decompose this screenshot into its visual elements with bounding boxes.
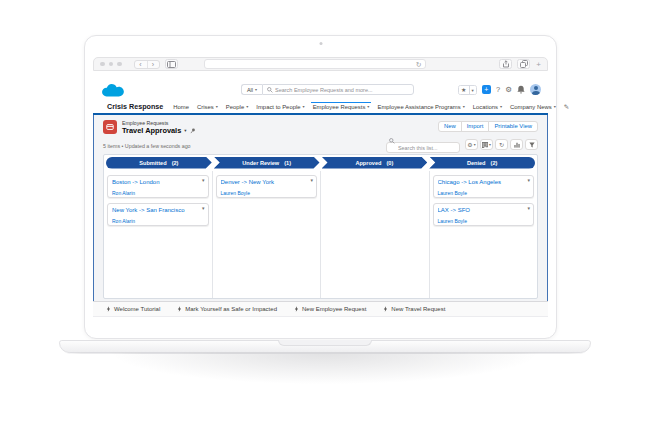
list-view-selector-caret-icon[interactable]: ▾ — [184, 128, 186, 133]
notifications-bell-icon[interactable] — [517, 85, 525, 94]
card-owner-link[interactable]: Ron Alarin — [112, 190, 204, 196]
edit-nav-pencil-icon[interactable]: ✎ — [564, 103, 569, 111]
new-button[interactable]: New — [438, 121, 462, 132]
card-title-link[interactable]: Chicago -> Los Angeles — [438, 179, 530, 185]
user-avatar[interactable] — [530, 84, 541, 95]
reload-icon[interactable]: ↻ — [416, 60, 422, 69]
kanban-card[interactable]: New York -> San Francisco ▾ Ron Alarin — [107, 203, 209, 226]
column-submitted: Boston -> London ▾ Ron Alarin New York -… — [104, 171, 213, 299]
column-title: Submitted — [139, 160, 166, 166]
card-owner-link[interactable]: Ron Alarin — [112, 218, 204, 224]
forward-icon[interactable]: › — [147, 61, 159, 68]
global-actions-icon[interactable]: + — [482, 85, 492, 95]
laptop-base — [59, 340, 591, 353]
column-header-under-review[interactable]: Under Review (1) — [214, 157, 320, 169]
tab-people[interactable]: People▾ — [226, 101, 248, 113]
card-owner-link[interactable]: Lauren Boyle — [438, 218, 530, 224]
printable-view-button[interactable]: Printable View — [488, 121, 538, 132]
browser-toolbar: ‹ › ↻ + — [93, 57, 548, 71]
tab-label: Employee Assistance Programs — [377, 104, 460, 110]
kanban-card[interactable]: Boston -> London ▾ Ron Alarin — [107, 175, 209, 198]
tab-employee-requests[interactable]: Employee Requests▾ — [313, 101, 370, 113]
tabs-icon — [520, 60, 528, 68]
share-button[interactable] — [499, 59, 512, 69]
tab-label: People — [226, 104, 244, 110]
column-header-approved[interactable]: Approved (0) — [322, 157, 428, 169]
search-icon — [389, 138, 395, 144]
tab-company-news[interactable]: Company News▾ — [510, 101, 556, 113]
card-title-link[interactable]: Denver -> New York — [221, 179, 313, 185]
import-button[interactable]: Import — [461, 121, 490, 132]
card-actions-caret-icon[interactable]: ▾ — [310, 177, 313, 183]
card-actions-caret-icon[interactable]: ▾ — [202, 177, 205, 183]
search-scope-selector[interactable]: All ▾ — [241, 84, 262, 95]
column-header-submitted[interactable]: Submitted (2) — [106, 157, 212, 169]
utility-new-employee-request[interactable]: New Employee Request — [294, 306, 366, 312]
card-title-link[interactable]: Boston -> London — [112, 179, 204, 185]
card-owner-link[interactable]: Lauren Boyle — [438, 190, 530, 196]
tab-impact-to-people[interactable]: Impact to People▾ — [256, 101, 304, 113]
favorites-star-icon[interactable]: ★ — [459, 86, 469, 94]
traffic-light-minimize[interactable] — [109, 62, 114, 67]
card-actions-caret-icon[interactable]: ▾ — [527, 205, 530, 211]
sidebar-icon — [167, 61, 176, 68]
utility-mark-yourself-safe[interactable]: Mark Yourself as Safe or Impacted — [177, 306, 277, 312]
chart-button[interactable] — [510, 139, 523, 150]
chevron-down-icon[interactable]: ▾ — [367, 104, 369, 109]
traffic-light-close[interactable] — [100, 62, 105, 67]
chevron-down-icon[interactable]: ▾ — [216, 104, 218, 109]
column-under-review: Denver -> New York ▾ Lauren Boyle — [213, 171, 322, 299]
tab-crises[interactable]: Crises▾ — [197, 101, 218, 113]
card-owner-link[interactable]: Lauren Boyle — [221, 190, 313, 196]
display-as-button[interactable]: ▾ — [480, 139, 493, 150]
tab-overview-button[interactable] — [517, 59, 530, 69]
back-icon[interactable]: ‹ — [135, 61, 147, 68]
chevron-down-icon[interactable]: ▾ — [554, 104, 556, 109]
share-icon — [502, 60, 510, 68]
chevron-down-icon[interactable]: ▾ — [500, 104, 502, 109]
utility-new-travel-request[interactable]: New Travel Request — [383, 306, 445, 312]
list-settings-button[interactable]: ⚙ ▾ — [465, 139, 478, 150]
tab-employee-assistance-programs[interactable]: Employee Assistance Programs▾ — [377, 101, 464, 113]
column-header-denied[interactable]: Denied (2) — [429, 157, 535, 169]
help-icon[interactable]: ? — [496, 85, 500, 94]
utility-welcome-tutorial[interactable]: Welcome Tutorial — [106, 306, 160, 312]
address-bar[interactable]: ↻ — [204, 59, 426, 69]
kanban-card[interactable]: Denver -> New York ▾ Lauren Boyle — [216, 175, 318, 198]
favorites-caret-icon[interactable]: ▾ — [469, 86, 476, 94]
pin-icon[interactable] — [190, 128, 196, 134]
gear-icon: ⚙ — [467, 141, 472, 148]
kanban-card[interactable]: Chicago -> Los Angeles ▾ Lauren Boyle — [433, 175, 535, 198]
refresh-icon: ↻ — [499, 141, 504, 148]
chevron-down-icon: ▾ — [474, 142, 476, 147]
kanban-card[interactable]: LAX -> SFO ▾ Lauren Boyle — [433, 203, 535, 226]
chevron-down-icon[interactable]: ▾ — [463, 104, 465, 109]
refresh-button[interactable]: ↻ — [495, 139, 508, 150]
app-name: Crisis Response — [107, 102, 163, 111]
tab-label: Locations — [473, 104, 498, 110]
favorites-control[interactable]: ★ ▾ — [458, 85, 477, 95]
setup-gear-icon[interactable]: ⚙ — [505, 85, 512, 94]
card-title-link[interactable]: LAX -> SFO — [438, 207, 530, 213]
search-scope-value: All — [247, 87, 253, 93]
list-view-title: Travel Approvals — [122, 126, 181, 135]
card-actions-caret-icon[interactable]: ▾ — [202, 205, 205, 211]
main-content: Employee Requests Travel Approvals ▾ 5 i… — [93, 115, 548, 302]
tab-locations[interactable]: Locations▾ — [473, 101, 502, 113]
kanban-display-icon — [482, 142, 488, 148]
list-search-input[interactable] — [386, 142, 460, 153]
global-search-input[interactable] — [262, 84, 414, 95]
utility-label: Welcome Tutorial — [114, 306, 160, 312]
chevron-down-icon[interactable]: ▾ — [246, 104, 248, 109]
card-actions-caret-icon[interactable]: ▾ — [527, 177, 530, 183]
tab-home[interactable]: Home — [173, 101, 189, 113]
sidebar-button[interactable] — [165, 59, 178, 69]
chart-icon — [514, 142, 520, 148]
utility-label: Mark Yourself as Safe or Impacted — [185, 306, 277, 312]
new-tab-button[interactable]: + — [536, 60, 541, 69]
traffic-light-zoom[interactable] — [117, 62, 122, 67]
chevron-down-icon[interactable]: ▾ — [303, 104, 305, 109]
column-title: Under Review — [242, 160, 279, 166]
filter-button[interactable] — [525, 139, 538, 150]
card-title-link[interactable]: New York -> San Francisco — [112, 207, 204, 213]
